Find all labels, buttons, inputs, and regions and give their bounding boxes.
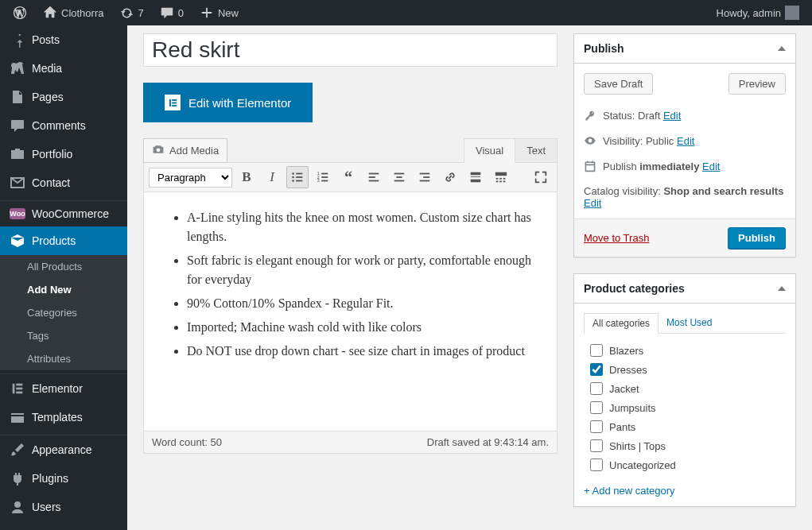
category-checkbox[interactable] <box>590 458 603 471</box>
wp-logo[interactable] <box>6 0 33 25</box>
edit-catalog-link[interactable]: Edit <box>584 197 601 209</box>
sidebar-item-products[interactable]: Products <box>0 226 127 255</box>
numbered-list-button[interactable]: 123 <box>312 166 334 188</box>
sidebar-item-pages[interactable]: Pages <box>0 83 127 111</box>
link-button[interactable] <box>439 166 461 188</box>
sidebar-item-elementor[interactable]: Elementor <box>0 374 127 403</box>
svg-text:3: 3 <box>317 178 320 183</box>
svg-rect-37 <box>496 181 499 183</box>
submenu-attributes[interactable]: Attributes <box>0 347 127 370</box>
new-content-link[interactable]: New <box>193 0 245 25</box>
submenu-all-products[interactable]: All Products <box>0 255 127 278</box>
updates-link[interactable]: 7 <box>113 0 150 25</box>
add-media-button[interactable]: Add Media <box>143 138 227 163</box>
svg-rect-28 <box>423 176 429 178</box>
content-bullet[interactable]: Do NOT use drop down chart - see size ch… <box>187 342 533 361</box>
category-item[interactable]: Jumpsuits <box>584 399 786 418</box>
svg-point-4 <box>14 501 21 508</box>
category-item[interactable]: Uncategorized <box>584 456 786 475</box>
italic-button[interactable]: I <box>261 166 283 188</box>
plug-icon <box>10 470 25 486</box>
sidebar-item-plugins[interactable]: Plugins <box>0 464 127 493</box>
svg-rect-8 <box>172 105 177 106</box>
content-bullet[interactable]: Imported; Machine wash cold with like co… <box>187 318 533 337</box>
align-center-button[interactable] <box>388 166 410 188</box>
sidebar-item-templates[interactable]: Templates <box>0 403 127 431</box>
fullscreen-button[interactable] <box>530 166 552 188</box>
edit-with-elementor-button[interactable]: Edit with Elementor <box>143 83 313 122</box>
menu-label: Plugins <box>32 472 68 485</box>
svg-point-13 <box>292 180 294 182</box>
site-name-link[interactable]: Clothorra <box>37 0 110 25</box>
svg-rect-25 <box>396 176 402 178</box>
format-select[interactable]: Paragraph <box>149 168 232 188</box>
edit-schedule-link[interactable]: Edit <box>702 161 720 172</box>
sidebar-item-posts[interactable]: Posts <box>0 25 127 54</box>
category-item[interactable]: Pants <box>584 418 786 437</box>
menu-label: Elementor <box>32 382 83 395</box>
publish-button[interactable]: Publish <box>728 227 786 249</box>
category-checkbox[interactable] <box>590 344 603 357</box>
content-bullet[interactable]: A-Line styling hits the knee on most wom… <box>187 208 533 246</box>
sidebar-item-users[interactable]: Users <box>0 493 127 521</box>
menu-label: Templates <box>32 411 83 424</box>
save-draft-button[interactable]: Save Draft <box>584 73 653 95</box>
product-title-input[interactable] <box>143 33 558 67</box>
sidebar-item-portfolio[interactable]: Portfolio <box>0 140 127 168</box>
category-checkbox[interactable] <box>590 439 603 452</box>
category-item[interactable]: Dresses <box>584 361 786 380</box>
blockquote-button[interactable]: “ <box>337 166 359 188</box>
svg-rect-29 <box>420 180 430 182</box>
comments-count: 0 <box>178 7 184 19</box>
submenu-tags[interactable]: Tags <box>0 324 127 347</box>
category-checkbox[interactable] <box>590 401 603 414</box>
svg-point-9 <box>292 172 294 175</box>
content-bullet[interactable]: Soft fabric is elegant enough for work o… <box>187 251 533 289</box>
submenu-categories[interactable]: Categories <box>0 301 127 324</box>
sidebar-item-appearance[interactable]: Appearance <box>0 435 127 464</box>
read-more-button[interactable] <box>464 166 487 188</box>
sidebar-item-woocommerce[interactable]: Woo WooCommerce <box>0 201 127 226</box>
bullet-list-button[interactable] <box>286 166 309 188</box>
category-checkbox[interactable] <box>590 382 603 395</box>
category-item[interactable]: Jacket <box>584 380 786 399</box>
categories-box-header[interactable]: Product categories <box>574 274 795 304</box>
bold-button[interactable]: B <box>235 166 258 188</box>
category-checkbox[interactable] <box>590 363 603 376</box>
category-checkbox[interactable] <box>590 420 603 433</box>
category-item[interactable]: Blazers <box>584 342 786 361</box>
editor-content[interactable]: A-Line styling hits the knee on most wom… <box>144 192 557 431</box>
tab-all-categories[interactable]: All categories <box>584 313 659 334</box>
edit-status-link[interactable]: Edit <box>663 110 681 122</box>
sidebar-item-media[interactable]: Media <box>0 54 127 83</box>
category-label: Uncategorized <box>609 459 676 471</box>
howdy-account[interactable]: Howdy, admin <box>710 0 806 25</box>
menu-label: Appearance <box>32 443 92 456</box>
media-icon <box>10 60 25 76</box>
category-item[interactable]: Shirts | Tops <box>584 437 786 456</box>
sidebar-item-comments[interactable]: Comments <box>0 111 127 140</box>
align-left-button[interactable] <box>363 166 385 188</box>
users-icon <box>10 499 25 515</box>
submenu-add-new[interactable]: Add New <box>0 278 127 301</box>
svg-rect-31 <box>471 176 481 177</box>
align-right-button[interactable] <box>414 166 436 188</box>
svg-rect-39 <box>503 181 506 183</box>
svg-rect-33 <box>495 172 507 176</box>
admin-sidebar: Posts Media Pages Comments Portfolio Con… <box>0 25 127 530</box>
add-new-category-link[interactable]: + Add new category <box>584 485 675 497</box>
editor-tab-text[interactable]: Text <box>515 138 558 163</box>
sidebar-item-contact[interactable]: Contact <box>0 168 127 197</box>
svg-rect-2 <box>16 388 22 390</box>
svg-rect-7 <box>172 102 177 103</box>
toolbar-toggle-button[interactable] <box>490 166 512 188</box>
comments-link[interactable]: 0 <box>153 0 190 25</box>
edit-visibility-link[interactable]: Edit <box>677 135 694 147</box>
publish-box-header[interactable]: Publish <box>574 34 795 64</box>
svg-rect-21 <box>369 173 379 175</box>
move-to-trash-link[interactable]: Move to Trash <box>584 232 649 244</box>
tab-most-used[interactable]: Most Used <box>659 313 720 333</box>
content-bullet[interactable]: 90% Cotton/10% Spandex - Regular Fit. <box>187 294 533 313</box>
editor-tab-visual[interactable]: Visual <box>464 138 515 163</box>
preview-button[interactable]: Preview <box>728 73 786 95</box>
